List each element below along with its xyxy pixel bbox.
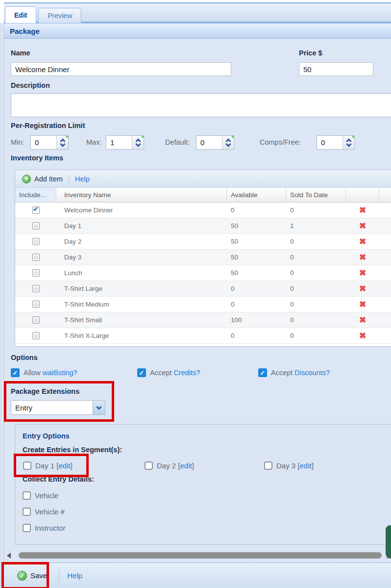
inventory-name-cell: Lunch <box>56 265 227 281</box>
tab-edit[interactable]: Edit <box>5 6 36 23</box>
delete-row-icon[interactable]: ✖ <box>359 283 366 294</box>
table-row[interactable]: Lunch 50 0 ✖ <box>15 265 391 281</box>
include-checkbox[interactable] <box>32 301 40 308</box>
price-input[interactable] <box>299 62 373 76</box>
table-row[interactable]: Day 2 50 0 ✖ <box>15 234 391 250</box>
min-input[interactable] <box>31 136 56 149</box>
package-extensions-value[interactable] <box>11 401 93 414</box>
grid-help-link[interactable]: Help <box>75 175 90 183</box>
combo-trigger-button[interactable] <box>93 401 105 414</box>
segment-day3: Day 3 [edit] <box>264 461 314 470</box>
available-cell: 50 <box>227 265 286 281</box>
inventory-grid: + Add Item Help Include... Inventory Nam… <box>15 170 391 347</box>
table-row[interactable]: Day 3 50 0 ✖ <box>15 250 391 265</box>
price-label: Price $ <box>299 49 322 57</box>
name-label: Name <box>11 49 30 57</box>
accept-credits-option: Accept Credits? <box>137 368 200 377</box>
include-checkbox[interactable] <box>32 222 40 230</box>
default-spinner-buttons[interactable] <box>222 136 234 149</box>
max-input[interactable] <box>106 136 132 149</box>
table-row[interactable]: Welcome Dinner 0 0 ✖ <box>15 203 391 218</box>
available-cell: 50 <box>227 234 286 249</box>
description-input[interactable] <box>11 93 391 117</box>
credits-link[interactable]: Credits? <box>173 369 200 377</box>
include-checkbox[interactable] <box>32 316 40 324</box>
scroll-left-arrow-icon[interactable] <box>7 553 11 559</box>
add-item-label: Add Item <box>34 175 63 183</box>
table-row[interactable]: T-Shirt Small 100 0 ✖ <box>15 312 391 328</box>
discounts-link[interactable]: Discounts? <box>294 369 330 377</box>
edit-segment-link[interactable]: edit <box>59 461 71 470</box>
feedback-side-tab[interactable] <box>386 525 391 558</box>
sold-cell: 0 <box>286 265 346 281</box>
panel-title: Package <box>4 24 391 39</box>
sold-cell: 0 <box>286 328 346 343</box>
plus-circle-icon: + <box>22 175 31 183</box>
include-checkbox[interactable] <box>32 332 40 339</box>
scrollbar-thumb[interactable] <box>19 552 382 559</box>
column-header-include[interactable]: Include... <box>15 188 56 202</box>
save-button[interactable]: Save <box>13 569 51 583</box>
unchecked-checkbox-icon[interactable] <box>23 461 31 470</box>
include-checkbox[interactable] <box>32 254 40 261</box>
add-item-button[interactable]: + Add Item <box>22 175 63 183</box>
entry-options-title: Entry Options <box>23 432 70 440</box>
default-spinner <box>196 135 234 150</box>
delete-row-icon[interactable]: ✖ <box>359 331 366 341</box>
table-row[interactable]: T-Shirt Medium 0 0 ✖ <box>15 297 391 312</box>
max-spinner-buttons[interactable] <box>132 136 144 149</box>
comps-free-spinner-buttons[interactable] <box>342 136 354 149</box>
detail-vehicle: Vehicle <box>23 491 58 500</box>
name-input[interactable] <box>11 62 231 76</box>
accept-discounts-option: Accept Discounts? <box>258 368 330 377</box>
checked-checkbox-icon[interactable] <box>11 368 20 377</box>
available-cell: 0 <box>227 297 286 312</box>
delete-row-icon[interactable]: ✖ <box>359 236 366 247</box>
edit-segment-link[interactable]: edit <box>300 461 312 470</box>
table-row[interactable]: T-Shirt Large 0 0 ✖ <box>15 281 391 297</box>
max-spinner <box>106 135 144 150</box>
segment-text: Day 2 [edit] <box>157 461 194 470</box>
detail-text: Vehicle # <box>35 508 65 516</box>
delete-row-icon[interactable]: ✖ <box>359 268 366 278</box>
horizontal-scrollbar[interactable] <box>4 551 391 561</box>
unchecked-checkbox-icon[interactable] <box>23 524 31 532</box>
unchecked-checkbox-icon[interactable] <box>23 508 31 516</box>
include-checkbox[interactable] <box>32 206 40 214</box>
default-input[interactable] <box>196 136 222 149</box>
include-checkbox[interactable] <box>32 285 40 292</box>
available-cell: 0 <box>227 203 286 218</box>
tab-preview[interactable]: Preview <box>38 8 81 23</box>
include-checkbox[interactable] <box>32 238 40 245</box>
column-header-inventory-name[interactable]: Inventory Name <box>56 188 227 202</box>
table-row[interactable]: T-Shirt X-Large 0 0 ✖ <box>15 328 391 344</box>
unchecked-checkbox-icon[interactable] <box>145 461 153 470</box>
checked-checkbox-icon[interactable] <box>137 368 146 377</box>
table-row[interactable]: Day 1 50 1 ✖ <box>15 218 391 234</box>
delete-row-icon[interactable]: ✖ <box>359 221 366 231</box>
delete-row-icon[interactable]: ✖ <box>359 299 366 309</box>
include-checkbox[interactable] <box>32 269 40 277</box>
save-button-label: Save <box>30 571 47 580</box>
unchecked-checkbox-icon[interactable] <box>23 491 31 500</box>
comps-free-input[interactable] <box>317 136 342 149</box>
edit-segment-link[interactable]: edit <box>180 461 192 470</box>
column-header-available[interactable]: Available <box>227 188 286 202</box>
sold-cell: 0 <box>286 281 346 296</box>
available-cell: 0 <box>227 328 286 343</box>
column-header-sold-to-date[interactable]: Sold To Date <box>286 188 346 202</box>
waitlisting-link[interactable]: waitlisting? <box>43 369 77 377</box>
detail-text: Vehicle <box>35 491 58 500</box>
default-label: Default: <box>165 138 190 146</box>
checked-checkbox-icon[interactable] <box>258 368 267 377</box>
column-header-delete[interactable] <box>346 188 379 202</box>
min-spinner-buttons[interactable] <box>56 136 68 149</box>
delete-row-icon[interactable]: ✖ <box>359 252 366 262</box>
delete-row-icon[interactable]: ✖ <box>359 315 366 325</box>
footer-toolbar: Save Help <box>3 562 391 588</box>
delete-row-icon[interactable]: ✖ <box>359 205 366 215</box>
unchecked-checkbox-icon[interactable] <box>264 461 272 470</box>
footer-help-link[interactable]: Help <box>67 571 82 580</box>
package-extensions-combobox <box>11 400 105 415</box>
package-extensions-label: Package Extensions <box>11 387 79 395</box>
